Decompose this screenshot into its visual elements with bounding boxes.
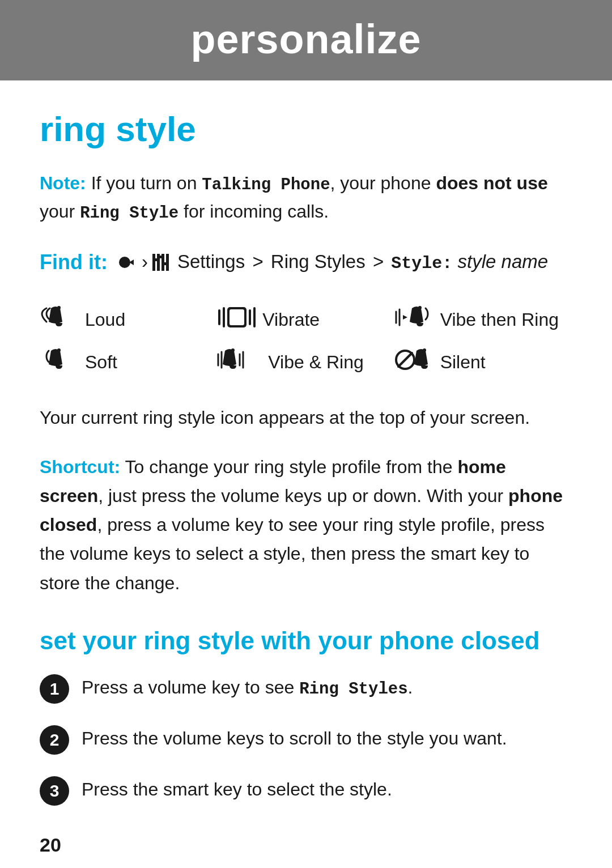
note-does-not-use: does not use bbox=[436, 173, 547, 193]
svg-point-0 bbox=[119, 257, 130, 268]
note-block: Note: If you turn on Talking Phone, your… bbox=[40, 169, 572, 225]
step-3-text: Press the smart key to select the style. bbox=[82, 775, 392, 804]
note-text4: for incoming calls. bbox=[178, 201, 329, 222]
shortcut-text1: To change your ring style profile from t… bbox=[120, 457, 457, 477]
nav-dot-icon bbox=[114, 251, 137, 274]
ring-style-vibe-ring: Vibe & Ring bbox=[217, 346, 394, 378]
find-it-path: Settings > Ring Styles > Style: style na… bbox=[177, 247, 548, 277]
note-ring-style: Ring Style bbox=[80, 204, 178, 223]
page-content: ring style Note: If you turn on Talking … bbox=[0, 80, 612, 868]
note-text2: , your phone bbox=[330, 173, 436, 193]
page-number: 20 bbox=[40, 834, 572, 856]
step-1-text1: Press a volume key to see bbox=[82, 677, 299, 697]
shortcut-label: Shortcut: bbox=[40, 457, 120, 477]
svg-line-27 bbox=[398, 353, 412, 367]
page-wrapper: personalize ring style Note: If you turn… bbox=[0, 0, 612, 868]
ring-style-vibrate: Vibrate bbox=[217, 304, 394, 336]
silent-icon bbox=[395, 346, 435, 378]
subsection-title: set your ring style with your phone clos… bbox=[40, 626, 572, 656]
silent-label: Silent bbox=[440, 352, 486, 373]
svg-point-19 bbox=[418, 306, 422, 309]
page-header: personalize bbox=[0, 0, 612, 80]
find-it-label: Find it: bbox=[40, 246, 108, 279]
svg-point-20 bbox=[57, 348, 61, 352]
step-2-number: 2 bbox=[40, 725, 69, 755]
note-text1: If you turn on bbox=[86, 173, 202, 193]
settings-icon bbox=[151, 251, 176, 274]
vibrate-label: Vibrate bbox=[262, 309, 320, 330]
svg-rect-7 bbox=[163, 262, 168, 265]
ring-style-vibe-then-ring: Vibe then Ring bbox=[395, 304, 572, 336]
find-it-block: Find it: › Settings > Ring Styles > Styl… bbox=[40, 246, 572, 279]
step-1-ring-styles: Ring Styles bbox=[299, 680, 407, 699]
shortcut-block: Shortcut: To change your ring style prof… bbox=[40, 453, 572, 598]
vibe-then-ring-label: Vibe then Ring bbox=[440, 309, 559, 330]
vibe-then-ring-icon bbox=[395, 304, 435, 336]
shortcut-text2: , just press the volume keys up or down.… bbox=[98, 486, 508, 506]
vibrate-icon bbox=[217, 304, 257, 336]
section-title: ring style bbox=[40, 109, 572, 149]
note-talking-phone: Talking Phone bbox=[202, 176, 330, 194]
svg-marker-18 bbox=[403, 315, 407, 320]
svg-point-28 bbox=[423, 348, 426, 352]
soft-label: Soft bbox=[85, 352, 117, 373]
find-it-style-name: style name bbox=[458, 251, 549, 272]
find-it-gt1: › bbox=[142, 247, 148, 277]
step-2-num-text: 2 bbox=[50, 726, 60, 754]
svg-rect-13 bbox=[230, 309, 244, 325]
svg-point-23 bbox=[231, 348, 235, 352]
step-1-text2: . bbox=[408, 677, 413, 697]
svg-point-9 bbox=[57, 306, 61, 309]
ring-style-silent: Silent bbox=[395, 346, 572, 378]
note-text3: your bbox=[40, 201, 80, 222]
loud-icon bbox=[40, 304, 79, 336]
step-2: 2 Press the volume keys to scroll to the… bbox=[40, 724, 572, 755]
svg-rect-6 bbox=[154, 258, 159, 261]
step-1-number: 1 bbox=[40, 674, 69, 704]
step-3-num-text: 3 bbox=[50, 777, 60, 805]
page-title: personalize bbox=[190, 16, 421, 62]
step-1-num-text: 1 bbox=[50, 675, 60, 703]
svg-rect-2 bbox=[152, 254, 155, 271]
body-text: Your current ring style icon appears at … bbox=[40, 403, 572, 432]
step-1: 1 Press a volume key to see Ring Styles. bbox=[40, 673, 572, 704]
steps-list: 1 Press a volume key to see Ring Styles.… bbox=[40, 673, 572, 806]
svg-rect-8 bbox=[159, 256, 163, 258]
ring-style-soft: Soft bbox=[40, 346, 217, 378]
shortcut-text3: , press a volume key to see your ring st… bbox=[40, 514, 545, 593]
vibe-ring-icon bbox=[217, 346, 262, 378]
ring-styles-grid: Loud Vibrate bbox=[40, 304, 572, 378]
ring-style-loud: Loud bbox=[40, 304, 217, 336]
soft-icon bbox=[40, 346, 79, 378]
vibe-ring-label: Vibe & Ring bbox=[268, 352, 363, 373]
step-3: 3 Press the smart key to select the styl… bbox=[40, 775, 572, 806]
step-2-text: Press the volume keys to scroll to the s… bbox=[82, 724, 507, 753]
loud-label: Loud bbox=[85, 309, 125, 330]
step-1-text: Press a volume key to see Ring Styles. bbox=[82, 673, 413, 703]
step-3-number: 3 bbox=[40, 776, 69, 806]
note-label: Note: bbox=[40, 173, 86, 193]
